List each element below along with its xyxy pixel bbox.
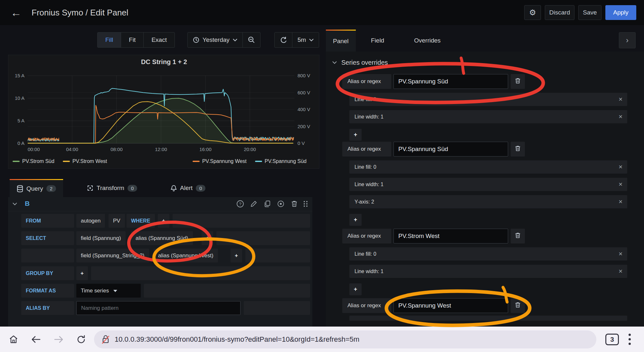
where-keyword[interactable]: WHERE xyxy=(127,214,155,228)
override-property-row: Line fill: 0✕ xyxy=(349,247,627,261)
override-property-text: Line fill: 0 xyxy=(355,251,376,257)
tab-alert-label: Alert xyxy=(180,185,193,192)
url-bar[interactable]: 10.0.0.39:3000/d/99fron001/fronius-symo?… xyxy=(94,330,596,348)
remove-property-icon[interactable]: ✕ xyxy=(619,160,623,174)
add-override-property-button[interactable]: + xyxy=(349,214,362,226)
exact-toggle[interactable]: Exact xyxy=(144,33,175,47)
panel-settings-button[interactable]: ⚙ xyxy=(524,5,541,20)
reload-icon[interactable] xyxy=(72,330,90,348)
row-filler xyxy=(144,284,310,298)
edit-pencil-icon[interactable] xyxy=(250,200,258,208)
query-editor: B ? FROM autogen PV WHERE + SELECT field… xyxy=(8,197,312,327)
legend-item[interactable]: PV.Strom West xyxy=(63,158,107,164)
delete-override-button[interactable] xyxy=(511,298,525,313)
discard-button[interactable]: Discard xyxy=(545,5,574,20)
browser-back-icon[interactable] xyxy=(27,330,45,348)
select2-field[interactable]: field (Spannung_String_2) xyxy=(76,249,149,262)
override-property-text: Line width: 1 xyxy=(355,114,384,119)
drag-handle-icon[interactable] xyxy=(304,201,308,207)
row-filler xyxy=(244,301,310,315)
from-measurement[interactable]: PV xyxy=(109,214,125,228)
fill-toggle[interactable]: Fill xyxy=(98,33,121,47)
delete-override-button[interactable] xyxy=(511,229,525,243)
delete-override-button[interactable] xyxy=(511,74,525,89)
trash-icon xyxy=(515,145,521,153)
override-property-text: Line fill: 0 xyxy=(355,97,376,102)
legend-item[interactable]: PV.Spannung West xyxy=(193,158,247,164)
alias-regex-input[interactable] xyxy=(393,74,508,89)
query-row-header[interactable]: B ? xyxy=(8,197,312,211)
remove-property-icon[interactable]: ✕ xyxy=(619,93,623,106)
tab-field[interactable]: Field xyxy=(364,30,391,52)
alias-regex-input[interactable] xyxy=(393,298,508,313)
from-keyword[interactable]: FROM xyxy=(21,214,74,228)
insecure-lock-icon xyxy=(101,334,110,345)
trash-icon xyxy=(515,78,521,85)
tab-overrides[interactable]: Overrides xyxy=(407,30,448,52)
remove-property-icon[interactable]: ✕ xyxy=(619,195,623,208)
trash-icon xyxy=(515,302,521,309)
delete-override-button[interactable] xyxy=(511,142,525,157)
alias-or-regex-label: Alias or regex xyxy=(342,298,391,313)
tab-transform-label: Transform xyxy=(97,185,124,192)
collapse-pane-button[interactable]: › xyxy=(619,32,636,48)
select2-alias[interactable]: alias (Spannung West) xyxy=(154,249,218,262)
help-icon[interactable]: ? xyxy=(236,200,244,208)
format-select[interactable]: Time series xyxy=(76,284,141,298)
refresh-button[interactable] xyxy=(275,33,292,47)
transform-count-badge: 0 xyxy=(128,185,137,192)
query-letter: B xyxy=(25,200,30,207)
groupby-keyword[interactable]: GROUP BY xyxy=(21,266,74,280)
where-add-button[interactable]: + xyxy=(158,214,169,228)
alias-or-regex-label: Alias or regex xyxy=(342,142,391,157)
remove-property-icon[interactable]: ✕ xyxy=(619,110,623,123)
trash-icon[interactable] xyxy=(290,200,298,208)
alias-regex-input[interactable] xyxy=(393,142,508,157)
from-retention[interactable]: autogen xyxy=(76,214,105,228)
select1-add-button[interactable]: + xyxy=(202,231,213,245)
alias-regex-input[interactable] xyxy=(393,229,508,243)
alert-count-badge: 0 xyxy=(196,185,205,192)
remove-property-icon[interactable]: ✕ xyxy=(619,247,623,261)
override-property-row: Line width: 1✕ xyxy=(349,178,627,191)
remove-property-icon[interactable]: ✕ xyxy=(619,178,623,191)
series-overrides-header[interactable]: Series overrides xyxy=(332,59,388,66)
groupby-add-button[interactable]: + xyxy=(76,266,88,280)
tab-counter-button[interactable]: 3 xyxy=(605,334,619,345)
legend-item[interactable]: PV.Strom Süd xyxy=(13,158,54,164)
time-range-label: Yesterday xyxy=(203,33,230,47)
fit-toggle[interactable]: Fit xyxy=(121,33,144,47)
back-arrow-icon[interactable]: ← xyxy=(9,6,23,19)
tab-transform[interactable]: Transform 0 xyxy=(80,179,144,197)
home-icon[interactable] xyxy=(5,330,23,348)
browser-forward-icon[interactable] xyxy=(50,330,68,348)
formatas-keyword[interactable]: FORMAT AS xyxy=(21,284,74,298)
zoom-out-button[interactable] xyxy=(243,33,260,47)
tab-query[interactable]: Query 2 xyxy=(10,179,63,197)
aliasby-keyword[interactable]: ALIAS BY xyxy=(21,301,74,315)
select1-field[interactable]: field (Spannung) xyxy=(76,231,126,245)
eye-icon[interactable] xyxy=(277,200,285,208)
add-override-property-button[interactable]: + xyxy=(349,129,362,141)
browser-menu-icon[interactable] xyxy=(629,334,631,345)
chart-panel: DC String 1 + 2 0 A5 A10 A15 A0 V200 V40… xyxy=(8,55,319,169)
query-count-badge: 2 xyxy=(46,185,56,192)
override-property-row-partial xyxy=(349,316,627,321)
override-property-text: Y-axis: 2 xyxy=(355,199,374,205)
copy-icon[interactable] xyxy=(263,200,271,208)
apply-button[interactable]: Apply xyxy=(605,5,636,20)
time-range-picker[interactable]: Yesterday xyxy=(188,33,243,47)
add-override-property-button[interactable]: + xyxy=(349,283,362,295)
select2-add-button[interactable]: + xyxy=(231,249,242,262)
tab-panel[interactable]: Panel xyxy=(326,30,356,52)
select1-alias[interactable]: alias (Spannung Süd) xyxy=(131,231,193,245)
select-keyword[interactable]: SELECT xyxy=(21,231,74,245)
tab-alert[interactable]: Alert 0 xyxy=(164,179,213,197)
legend-item[interactable]: PV.Spannung Süd xyxy=(255,158,307,164)
svg-text:04:00: 04:00 xyxy=(66,147,78,152)
refresh-interval-picker[interactable]: 5m xyxy=(292,33,319,47)
timeseries-chart[interactable]: 0 A5 A10 A15 A0 V200 V400 V600 V800 V00:… xyxy=(8,55,320,169)
remove-property-icon[interactable]: ✕ xyxy=(619,265,623,278)
save-button[interactable]: Save xyxy=(578,5,601,20)
alias-pattern-input[interactable] xyxy=(76,301,241,315)
